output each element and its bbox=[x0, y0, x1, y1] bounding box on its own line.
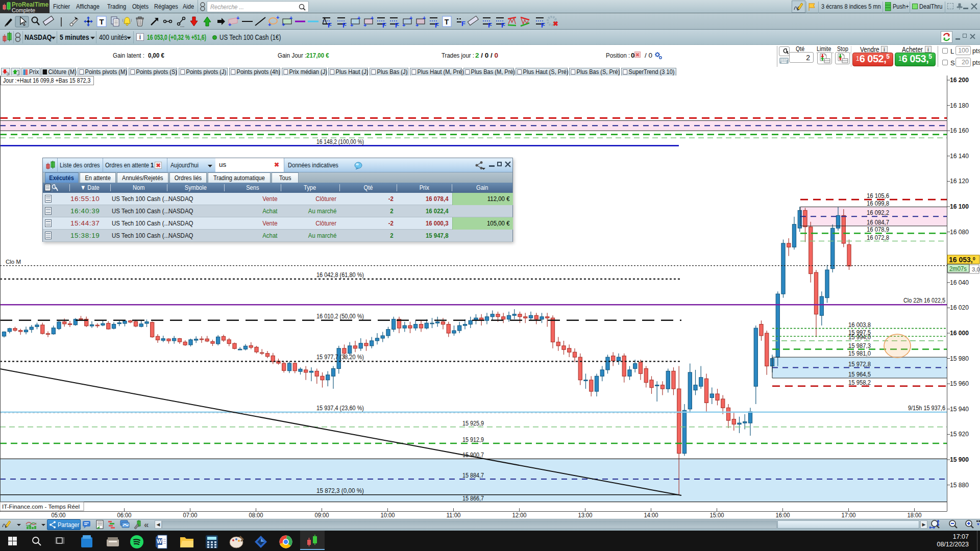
svg-text:08:00: 08:00 bbox=[249, 512, 263, 519]
svg-text:15 925,9: 15 925,9 bbox=[462, 420, 484, 427]
svg-text:16 003,8: 16 003,8 bbox=[848, 321, 871, 329]
svg-text:15 880: 15 880 bbox=[950, 482, 969, 489]
svg-text:F: F bbox=[461, 20, 465, 28]
svg-text:16 020: 16 020 bbox=[950, 304, 969, 311]
svg-text:07:00: 07:00 bbox=[183, 512, 198, 519]
svg-text:+: + bbox=[423, 16, 426, 21]
svg-text:15 964,5: 15 964,5 bbox=[848, 371, 871, 378]
svg-text:Clo M: Clo M bbox=[6, 259, 21, 265]
svg-text:16 010,2 (50,00 %): 16 010,2 (50,00 %) bbox=[316, 313, 364, 320]
svg-text:15 994,0: 15 994,0 bbox=[848, 334, 871, 341]
svg-text:16 160: 16 160 bbox=[950, 127, 969, 134]
svg-text:F: F bbox=[395, 21, 399, 28]
svg-text:15 977,7 (38,20 %): 15 977,7 (38,20 %) bbox=[316, 354, 364, 361]
svg-text:W: W bbox=[157, 538, 162, 544]
svg-text:✖: ✖ bbox=[553, 20, 558, 28]
svg-text:15 980: 15 980 bbox=[950, 355, 969, 362]
svg-text:15 958,2: 15 958,2 bbox=[848, 379, 871, 386]
svg-text:16 042,8 (61,80 %): 16 042,8 (61,80 %) bbox=[316, 271, 364, 279]
svg-text:16:00: 16:00 bbox=[776, 512, 790, 519]
svg-text:F: F bbox=[328, 21, 332, 28]
svg-text:+: + bbox=[371, 16, 374, 21]
svg-text:16 100: 16 100 bbox=[950, 203, 969, 210]
svg-text:16 072,8: 16 072,8 bbox=[867, 234, 889, 241]
svg-text:16 200: 16 200 bbox=[950, 77, 969, 84]
svg-text:16 053,0: 16 053,0 bbox=[949, 256, 975, 264]
svg-text:16 040: 16 040 bbox=[950, 279, 969, 286]
svg-text:F: F bbox=[382, 21, 386, 28]
svg-text:15 866,7: 15 866,7 bbox=[462, 495, 484, 502]
svg-text:15:00: 15:00 bbox=[710, 512, 724, 519]
svg-text:9/15h 15 937,6: 9/15h 15 937,6 bbox=[908, 405, 945, 412]
svg-text:F: F bbox=[501, 21, 505, 28]
svg-text:+: + bbox=[415, 22, 419, 28]
svg-text:2m07s: 2m07s bbox=[949, 265, 967, 272]
svg-text:15 987,3: 15 987,3 bbox=[848, 342, 871, 349]
svg-text:+: + bbox=[357, 16, 360, 21]
svg-text:16 084,7: 16 084,7 bbox=[867, 219, 889, 226]
svg-text:+: + bbox=[268, 21, 271, 28]
svg-text:16 000: 16 000 bbox=[950, 330, 969, 337]
svg-text:16 120: 16 120 bbox=[950, 178, 969, 185]
svg-text:IT-Finance.com - Temps Réel: IT-Finance.com - Temps Réel bbox=[2, 504, 80, 510]
svg-text:16 140: 16 140 bbox=[950, 153, 969, 160]
svg-text:+: + bbox=[350, 22, 353, 28]
svg-text:17:00: 17:00 bbox=[842, 512, 856, 519]
svg-text:14:00: 14:00 bbox=[644, 512, 658, 519]
svg-text:15 972,8: 15 972,8 bbox=[848, 361, 871, 368]
svg-text:16 078,9: 16 078,9 bbox=[867, 226, 889, 233]
svg-text:13:00: 13:00 bbox=[578, 512, 593, 519]
svg-text:+: + bbox=[289, 16, 292, 21]
svg-text:16 099,8: 16 099,8 bbox=[867, 200, 889, 207]
svg-text:+: + bbox=[276, 16, 279, 20]
svg-text:F: F bbox=[435, 21, 439, 28]
svg-text:T: T bbox=[445, 18, 449, 26]
svg-text:Complete: Complete bbox=[12, 7, 35, 13]
svg-text:15 981,0: 15 981,0 bbox=[848, 350, 871, 357]
svg-text:F: F bbox=[342, 21, 347, 28]
svg-text:+: + bbox=[363, 22, 366, 28]
svg-text:+: + bbox=[402, 22, 405, 28]
svg-text:15 940: 15 940 bbox=[950, 406, 969, 413]
svg-text:06:00: 06:00 bbox=[117, 512, 132, 519]
svg-text:05:00: 05:00 bbox=[52, 512, 66, 519]
svg-text:09:00: 09:00 bbox=[315, 512, 329, 519]
svg-text:...: ... bbox=[180, 22, 184, 28]
svg-text:16 105,6: 16 105,6 bbox=[867, 192, 889, 199]
svg-text:15 900,7: 15 900,7 bbox=[462, 452, 484, 459]
svg-text:F: F bbox=[488, 21, 492, 28]
svg-text:11:00: 11:00 bbox=[447, 512, 461, 519]
svg-text:15 872,3 (0,00 %): 15 872,3 (0,00 %) bbox=[316, 487, 364, 494]
svg-text:15 960: 15 960 bbox=[950, 380, 969, 387]
svg-text:15 937,4 (23,60 %): 15 937,4 (23,60 %) bbox=[316, 405, 364, 412]
svg-text:15 920: 15 920 bbox=[950, 431, 969, 438]
svg-text:18:00: 18:00 bbox=[908, 512, 922, 519]
svg-text:12:00: 12:00 bbox=[512, 512, 527, 519]
svg-text:15 900: 15 900 bbox=[950, 456, 969, 463]
svg-text:Clo 22h 16 022,5: Clo 22h 16 022,5 bbox=[903, 297, 945, 304]
svg-text:F: F bbox=[541, 21, 545, 28]
svg-text:16 080: 16 080 bbox=[950, 229, 969, 236]
svg-text:15 912,9: 15 912,9 bbox=[462, 436, 484, 443]
svg-text:10:00: 10:00 bbox=[381, 512, 395, 519]
svg-text:T: T bbox=[99, 17, 104, 26]
svg-text:+: + bbox=[228, 21, 231, 28]
svg-text:16 092,2: 16 092,2 bbox=[867, 209, 889, 216]
svg-text:+: + bbox=[409, 16, 412, 21]
svg-text:16 180: 16 180 bbox=[950, 102, 969, 109]
svg-text:16 148,2 (100,00 %): 16 148,2 (100,00 %) bbox=[316, 138, 364, 145]
svg-text:«: « bbox=[144, 520, 149, 530]
svg-text:+: + bbox=[282, 21, 285, 28]
svg-text:15 884,7: 15 884,7 bbox=[462, 472, 484, 479]
svg-text:+: + bbox=[236, 16, 239, 21]
svg-text:3,0: 3,0 bbox=[972, 266, 980, 272]
